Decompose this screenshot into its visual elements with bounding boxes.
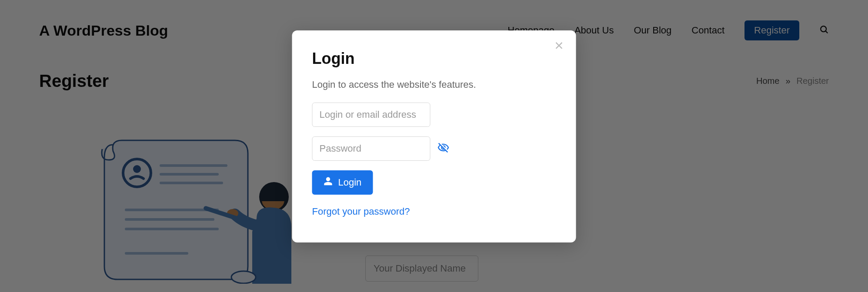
username-input[interactable] [312, 103, 431, 127]
login-modal: Login Login to access the website's feat… [292, 30, 576, 242]
user-icon [324, 176, 333, 189]
modal-title: Login [312, 50, 556, 68]
close-icon[interactable] [554, 40, 565, 53]
forgot-password-link[interactable]: Forgot your password? [312, 206, 556, 217]
login-button[interactable]: Login [312, 170, 373, 195]
modal-subtitle: Login to access the website's features. [312, 79, 556, 90]
password-input[interactable] [312, 136, 431, 161]
toggle-password-visibility-icon[interactable] [437, 142, 450, 156]
login-button-label: Login [338, 177, 362, 188]
